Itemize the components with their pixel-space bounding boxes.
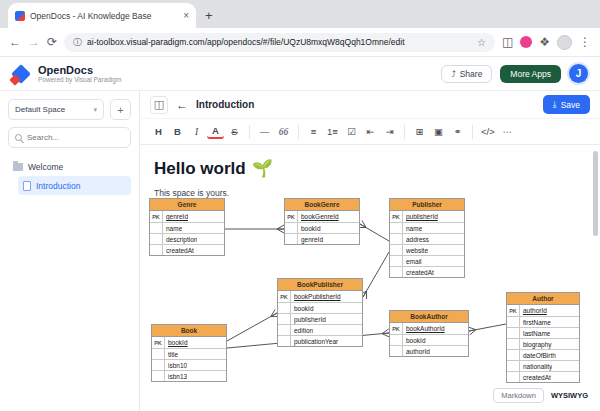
pk-cell xyxy=(390,267,403,277)
more-apps-button[interactable]: More Apps xyxy=(500,65,561,83)
entity-field-row: name xyxy=(390,222,464,233)
bold-icon[interactable]: B xyxy=(169,123,186,141)
sidebar-item-welcome[interactable]: Welcome xyxy=(8,157,131,176)
seedling-emoji: 🌱 xyxy=(252,158,273,179)
entity-field-row: createdAt xyxy=(507,371,579,382)
entity-field-row: isbn10 xyxy=(152,359,226,370)
entity-field-row: edition xyxy=(278,324,362,335)
entity-title: Book xyxy=(152,325,226,337)
pk-cell xyxy=(507,372,520,382)
field-name: publisherId xyxy=(403,211,438,222)
pk-cell xyxy=(390,245,403,255)
site-info-icon[interactable]: ⓘ xyxy=(73,36,82,49)
search-box[interactable] xyxy=(8,127,131,148)
sidebar-item-label: Welcome xyxy=(28,162,63,172)
wysiwyg-toggle[interactable]: WYSIWYG xyxy=(551,391,588,400)
entity-bookauthor[interactable]: BookAuthorPKbookAuthorIdbookIdauthorId xyxy=(389,310,469,357)
entity-publisher[interactable]: PublisherPKpublisherIdnameaddresswebsite… xyxy=(389,198,465,278)
more-icon[interactable]: ⋯ xyxy=(499,123,516,141)
address-bar[interactable]: ⓘ ai-toolbox.visual-paradigm.com/app/ope… xyxy=(64,33,495,52)
italic-icon[interactable]: I xyxy=(188,123,205,141)
heading-text: Hello world xyxy=(154,159,246,179)
folder-icon xyxy=(13,163,23,171)
pk-cell xyxy=(507,317,520,327)
pk-cell: PK xyxy=(152,337,165,348)
entity-field-row: bookId xyxy=(390,334,468,345)
doc-title: Introduction xyxy=(196,99,254,110)
save-button[interactable]: ⤓ Save xyxy=(543,95,590,114)
field-name: name xyxy=(403,223,422,233)
browser-menu-icon[interactable]: ⋮ xyxy=(579,35,591,49)
entity-genre[interactable]: GenrePKgenreIdnamedescriptioncreatedAt xyxy=(149,198,225,256)
browser-nav-bar: ← → ⟳ ⓘ ai-toolbox.visual-paradigm.com/a… xyxy=(0,28,600,57)
task-list-icon[interactable]: ☑ xyxy=(343,123,360,141)
profile-avatar[interactable] xyxy=(557,35,572,50)
field-name: description xyxy=(163,234,197,244)
entity-field-row: PKauthorId xyxy=(507,305,579,316)
pk-cell: PK xyxy=(507,305,520,316)
markdown-toggle[interactable]: Markdown xyxy=(493,388,544,403)
sidebar: Default Space ▾ + WelcomeIntroduction xyxy=(0,91,140,411)
blockquote-icon[interactable]: 66 xyxy=(275,123,292,141)
pk-cell xyxy=(507,350,520,360)
entity-title: BookAuthor xyxy=(390,311,468,323)
entity-bookpublisher[interactable]: BookPublisherPKbookPublisherIdbookIdpubl… xyxy=(277,278,363,347)
side-panel-icon[interactable]: ◫ xyxy=(502,35,513,49)
font-color-icon[interactable]: A xyxy=(207,125,224,139)
forward-button[interactable]: → xyxy=(28,35,40,49)
entity-field-row: PKbookAuthorId xyxy=(390,323,468,334)
image-icon[interactable]: ▣ xyxy=(430,123,447,141)
heading-icon[interactable]: H xyxy=(150,123,167,141)
pk-cell xyxy=(285,234,298,244)
field-name: createdAt xyxy=(163,245,194,255)
reload-button[interactable]: ⟳ xyxy=(47,35,57,49)
entity-field-row: PKbookPublisherId xyxy=(278,291,362,302)
ordered-list-icon[interactable]: 1≡ xyxy=(324,123,341,141)
browser-tab[interactable]: OpenDocs - AI Knowledge Base × xyxy=(8,3,196,28)
link-icon[interactable]: ⚭ xyxy=(449,123,466,141)
entity-book[interactable]: BookPKbookIdtitleisbn10isbn13 xyxy=(151,324,227,382)
field-name: bookId xyxy=(291,303,314,313)
field-name: publicationYear xyxy=(291,336,338,346)
outdent-icon[interactable]: ⇤ xyxy=(362,123,379,141)
pk-cell xyxy=(152,360,165,370)
bookmark-star-icon[interactable]: ☆ xyxy=(477,37,486,48)
er-diagram[interactable]: GenrePKgenreIdnamedescriptioncreatedAtBo… xyxy=(140,145,600,411)
new-tab-button[interactable]: + xyxy=(205,8,213,23)
opendocs-logo-icon xyxy=(12,65,30,83)
share-icon: ⤴ xyxy=(451,69,455,79)
code-icon[interactable]: </> xyxy=(479,123,497,141)
space-selector[interactable]: Default Space ▾ xyxy=(8,99,104,120)
doc-back-button[interactable]: ← xyxy=(176,98,188,112)
table-icon[interactable]: ⊞ xyxy=(411,123,428,141)
extensions-icon[interactable]: ❖ xyxy=(539,35,550,49)
share-button[interactable]: ⤴ Share xyxy=(441,65,492,83)
field-name: nationality xyxy=(520,361,552,371)
back-button[interactable]: ← xyxy=(9,35,21,49)
bullet-list-icon[interactable]: ≡ xyxy=(305,123,322,141)
sidebar-item-introduction[interactable]: Introduction xyxy=(18,176,131,195)
sidebar-item-label: Introduction xyxy=(36,181,80,191)
field-name: edition xyxy=(291,325,313,335)
entity-field-row: nationality xyxy=(507,360,579,371)
pk-cell xyxy=(507,328,520,338)
panel-toggle-icon[interactable]: ◫ xyxy=(150,96,168,114)
entity-field-row: website xyxy=(390,244,464,255)
brand-subtitle[interactable]: Powered by Visual Paradigm xyxy=(38,76,121,83)
tab-close-icon[interactable]: × xyxy=(183,10,189,21)
extension-pink-icon[interactable] xyxy=(520,36,532,48)
pk-cell xyxy=(390,346,403,356)
user-avatar[interactable]: J xyxy=(569,64,588,83)
horizontal-rule-icon[interactable]: — xyxy=(256,123,273,141)
url-text: ai-toolbox.visual-paradigm.com/app/opend… xyxy=(87,37,472,47)
entity-field-row: publicationYear xyxy=(278,335,362,346)
add-page-button[interactable]: + xyxy=(110,99,131,120)
workspace: Default Space ▾ + WelcomeIntroduction ◫ … xyxy=(0,91,600,411)
pk-cell: PK xyxy=(390,211,403,222)
strikethrough-icon[interactable]: S xyxy=(226,123,243,141)
entity-bookgenre[interactable]: BookGenrePKbookGenreIdbookIdgenreId xyxy=(284,198,360,245)
browser-tab-bar: OpenDocs - AI Knowledge Base × + xyxy=(0,0,600,28)
entity-author[interactable]: AuthorPKauthorIdfirstNamelastNamebiograp… xyxy=(506,292,580,383)
search-input[interactable] xyxy=(27,133,124,142)
indent-icon[interactable]: ⇥ xyxy=(381,123,398,141)
